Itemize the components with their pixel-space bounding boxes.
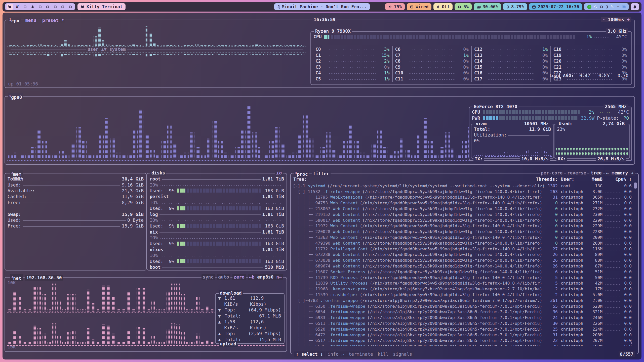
process-row[interactable]: │ │ ├─ 6511 .ferdium-wrappe (/nix/store/… bbox=[293, 321, 632, 326]
terminate-button[interactable]: terminate bbox=[346, 351, 375, 357]
process-row[interactable]: │ │ ├─ 6472 .ferdium-wrappe (/nix/store/… bbox=[293, 332, 632, 338]
tree-button[interactable]: tree bbox=[589, 170, 603, 176]
cpu-graph-divider[interactable]: user ▲▼ system bbox=[7, 46, 307, 52]
disks-box-title[interactable]: disks bbox=[150, 170, 166, 176]
process-row[interactable]: │ │ ├─ 6536 .ferdium-wrappe (/nix/store/… bbox=[293, 343, 632, 346]
preset-button[interactable]: preset * bbox=[41, 18, 65, 23]
sort-column-button[interactable]: ← memory → bbox=[605, 170, 635, 176]
process-row[interactable]: │ │ └─ 11539 crashhelper (/nix/store/fqa… bbox=[293, 292, 632, 298]
workspace-button[interactable]: N bbox=[14, 4, 21, 10]
process-row[interactable]: │ │ ├─ 11795 WebExtensions (/nix/store/f… bbox=[293, 195, 632, 200]
io-mode-button[interactable]: io bbox=[275, 170, 283, 176]
process-row[interactable]: │ │ ├─ 220028 Web Content (/nix/store/fq… bbox=[293, 229, 632, 235]
process-row[interactable]: [-]~4783 .ferdium-wrappe (/nix/store/a1p… bbox=[293, 298, 632, 303]
check-icon[interactable]: ✓ bbox=[587, 5, 591, 9]
cpu-column-header[interactable]: Cpu% ↑ bbox=[602, 176, 632, 182]
user-column-header[interactable]: User: bbox=[558, 176, 587, 182]
sync-button[interactable]: sync bbox=[202, 274, 215, 280]
process-row[interactable]: │ │ ├─ 11732 Privileged Cont (/nix/store… bbox=[293, 246, 632, 252]
network-box-title[interactable]: 3net bbox=[10, 274, 23, 281]
process-row[interactable]: │ │ ├─ 11607 Socket Process (/nix/store/… bbox=[293, 269, 632, 275]
process-row[interactable]: │ │ ├─ 11839 Utility Process (/nix/store… bbox=[293, 281, 632, 286]
signals-button[interactable]: signals bbox=[391, 351, 414, 357]
bluetooth-pill[interactable]: Off bbox=[433, 3, 453, 10]
update-interval[interactable]: - 1000ms + bbox=[601, 17, 631, 22]
per-core-button[interactable]: per-core bbox=[540, 170, 564, 176]
disk-row: nixos 1,81 TiB nixos nixos bbox=[147, 247, 287, 252]
process-row[interactable]: │ │ ├─ 219152 Web Content (/nix/store/fq… bbox=[293, 212, 632, 217]
dropdown-icon[interactable] bbox=[616, 5, 620, 9]
disk-pill[interactable]: 8.79% bbox=[503, 3, 527, 10]
process-row[interactable]: │ │ ├─ 580017 Web Content (/nix/store/fq… bbox=[293, 217, 632, 223]
zero-button[interactable]: zero bbox=[232, 274, 246, 280]
menu-button[interactable]: menu bbox=[24, 18, 37, 23]
vram-box: vram 10501 MHz Total:11,9 GiB Utilizatio… bbox=[471, 124, 554, 159]
process-row[interactable]: │ │ ├─ 41363 Web Content (/nix/store/fqa… bbox=[293, 235, 632, 240]
workspace-button[interactable] bbox=[59, 4, 66, 10]
process-row[interactable]: [-]-1 systemd (/run/current-system/syste… bbox=[293, 183, 632, 189]
music-pill[interactable]: ♫ Minuit Machine - Don't Run Fro... bbox=[274, 3, 370, 10]
sync-icon[interactable] bbox=[594, 5, 597, 9]
music-note-icon: ♫ bbox=[277, 4, 280, 9]
process-command: (/nix/store/fqadd0bprwc5yw5k99xajbdqd1dz… bbox=[362, 189, 544, 194]
process-scrollbar[interactable] bbox=[634, 183, 637, 189]
select-button[interactable]: ↑ select ↓ bbox=[294, 351, 325, 357]
workspace-button[interactable] bbox=[44, 4, 51, 10]
process-row[interactable]: │ │ ├─ 6350 .ferdium-wrappe (/nix/store/… bbox=[293, 303, 632, 309]
auto-button[interactable]: auto bbox=[217, 274, 230, 280]
window-icon[interactable] bbox=[600, 5, 603, 9]
workspace-button[interactable] bbox=[22, 4, 28, 10]
process-row[interactable]: │ │ ├─ 6517 .ferdium-wrappe (/nix/store/… bbox=[293, 338, 632, 344]
gpu-frequency: 2565 MHz bbox=[603, 104, 628, 109]
process-row[interactable]: [-]-11532 .firefox-wrappe (/nix/store/fq… bbox=[293, 189, 632, 195]
workspace-button[interactable] bbox=[67, 4, 73, 10]
window-title-pill[interactable]: Kitty Terminal bbox=[77, 3, 126, 10]
gpu-box-title[interactable]: 5gpu0 bbox=[8, 93, 23, 100]
process-row[interactable]: │ │ ├─ 6654 .ferdium-wrappe (/nix/store/… bbox=[293, 309, 632, 315]
process-row[interactable]: │ │ ├─ 479390 Web Content (/nix/store/fq… bbox=[293, 240, 632, 246]
cpu-pill[interactable]: 5% bbox=[455, 3, 471, 10]
workspace-button[interactable] bbox=[37, 4, 43, 10]
filter-button[interactable]: filter bbox=[312, 171, 331, 176]
process-row[interactable]: │ │ ├─ 673038 Web Content (/nix/store/fq… bbox=[293, 257, 632, 263]
process-row[interactable]: │ │ ├─ 11739 RDD Process (/nix/store/fqa… bbox=[293, 275, 632, 281]
kill-button[interactable]: kill bbox=[376, 351, 390, 357]
process-row[interactable]: │ │ ├─ 11968 .keepassxc-prox (/nix/store… bbox=[293, 286, 632, 292]
threads-column-header[interactable]: Threads: bbox=[535, 176, 558, 182]
volume-pill[interactable]: 75% bbox=[385, 3, 405, 10]
workspace-button[interactable] bbox=[29, 4, 36, 10]
workspace-button[interactable] bbox=[52, 4, 58, 10]
memory-box-title[interactable]: 2mem bbox=[10, 170, 23, 177]
memory-pill[interactable]: 30.06% bbox=[474, 3, 501, 10]
process-row[interactable]: │ │ ├─ 6520 .ferdium-wrappe (/nix/store/… bbox=[293, 326, 632, 332]
vram-tx-graph bbox=[473, 146, 552, 156]
interval-plus-button[interactable]: + bbox=[627, 17, 630, 22]
process-row[interactable]: │ │ ├─ 689674 Web Content (/nix/store/fq… bbox=[293, 263, 632, 269]
clock-pill[interactable]: 2025-07-22 16:36 bbox=[529, 3, 582, 10]
interval-minus-button[interactable]: - bbox=[602, 17, 605, 22]
notifications-pill[interactable] bbox=[631, 3, 639, 10]
reverse-button[interactable]: reverse bbox=[566, 170, 587, 176]
process-threads: 25 bbox=[544, 327, 558, 332]
process-row[interactable]: │ │ ├─ 673288 Web Content (/nix/store/fq… bbox=[293, 252, 632, 258]
workspace-button[interactable] bbox=[7, 4, 13, 10]
process-box-title[interactable]: 4proc bbox=[294, 170, 309, 177]
interface-switcher[interactable]: ←b enp8s0 n→ bbox=[248, 274, 283, 280]
process-command: (/nix/store/a1pj8hxirp2y2090nbwa7api3asi… bbox=[367, 327, 544, 332]
mem-column-header[interactable]: MemB bbox=[587, 176, 602, 182]
process-row[interactable]: │ │ ├─ 11972 Web Content (/nix/store/fqa… bbox=[293, 223, 632, 229]
cpu-core: C1 15% bbox=[313, 52, 392, 58]
network-pill[interactable]: Wired bbox=[407, 3, 431, 10]
process-row[interactable]: │ │ ├─ 94753 Web Content (/nix/store/fqa… bbox=[293, 200, 632, 206]
key-icon[interactable] bbox=[611, 5, 614, 9]
process-threads: 20 bbox=[544, 344, 558, 346]
process-row[interactable]: │ │ ├─ 5983 .ferdium-wrappe (/nix/store/… bbox=[293, 315, 632, 321]
cpu-box-title[interactable]: 1cpu bbox=[8, 17, 21, 24]
phone-icon[interactable] bbox=[605, 5, 608, 9]
process-row[interactable]: │ │ ├─ 218067 Web Content (/nix/store/fq… bbox=[293, 206, 632, 212]
process-name: .ferdium-wrappe bbox=[328, 304, 365, 309]
tree-column-header[interactable]: Tree: bbox=[293, 176, 307, 182]
info-button[interactable]: info ↵ bbox=[326, 351, 346, 357]
module-text: 8.79% bbox=[511, 4, 524, 9]
keyboard-icon[interactable] bbox=[622, 5, 626, 9]
